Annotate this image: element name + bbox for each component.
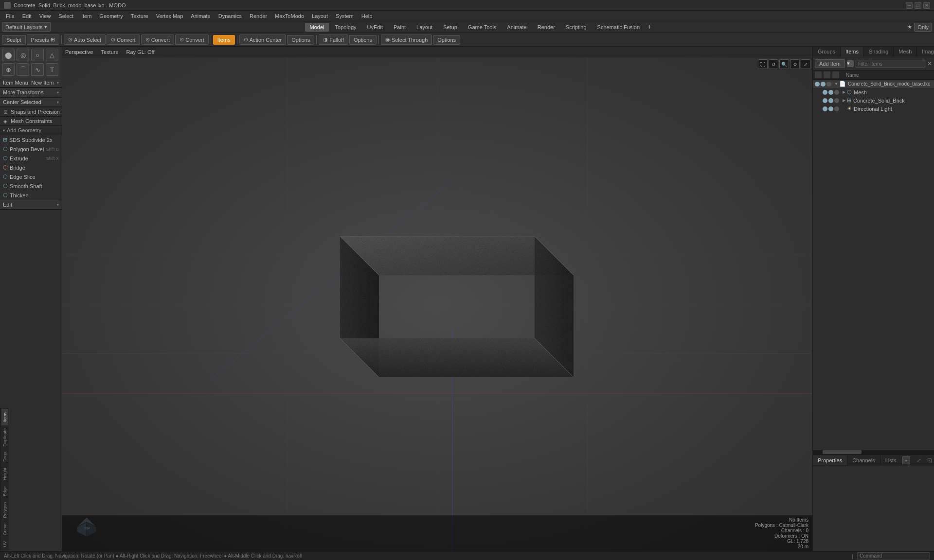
mesh-constraints-row[interactable]: ◈ Mesh Constraints bbox=[0, 117, 62, 125]
select-through-button[interactable]: ◉ Select Through bbox=[381, 35, 432, 45]
menu-item[interactable]: Item bbox=[77, 12, 95, 20]
edge-slice-btn[interactable]: ⬡ Edge Slice bbox=[0, 172, 62, 181]
bottom-panel-detach-btn[interactable]: ⊡ bbox=[925, 455, 934, 466]
menu-animate[interactable]: Animate bbox=[187, 12, 214, 20]
center-selected-dropdown[interactable]: Center Selected ▾ bbox=[0, 98, 62, 107]
sds-subdivide-btn[interactable]: ⊞ SDS Subdivide 2x bbox=[0, 135, 62, 144]
add-item-arrow[interactable]: ▾ bbox=[847, 60, 854, 67]
light-vis-dot-2[interactable] bbox=[828, 106, 833, 111]
strip-tab-height[interactable]: Height bbox=[1, 465, 8, 483]
smooth-shaft-btn[interactable]: ⬡ Smooth Shaft bbox=[0, 181, 62, 191]
group-vis-dot-1[interactable] bbox=[823, 98, 827, 103]
group-vis-dot-3[interactable] bbox=[834, 98, 839, 103]
options-button-1[interactable]: Options bbox=[287, 35, 314, 45]
convert-button-3[interactable]: ⊙ Convert bbox=[175, 35, 209, 45]
polygon-bevel-btn[interactable]: ⬡ Polygon Bevel Shift B bbox=[0, 144, 62, 154]
tree-item-group[interactable]: ▶ ⊞ Concrete_Solid_Brick bbox=[813, 96, 934, 105]
properties-tab[interactable]: Properties bbox=[813, 455, 847, 465]
select-through-options-button[interactable]: Options bbox=[433, 35, 460, 45]
vp-settings-btn[interactable]: ⚙ bbox=[790, 59, 800, 69]
star-button[interactable]: ★ bbox=[907, 24, 912, 30]
tab-setup[interactable]: Setup bbox=[438, 23, 462, 32]
vis-dot-2[interactable] bbox=[821, 82, 826, 87]
menu-select[interactable]: Select bbox=[54, 12, 77, 20]
triangle-tool-btn[interactable]: △ bbox=[46, 49, 58, 61]
light-vis-dot-1[interactable] bbox=[823, 106, 827, 111]
menu-texture[interactable]: Texture bbox=[127, 12, 152, 20]
search-icon[interactable]: ✕ bbox=[927, 60, 932, 67]
minimize-button[interactable]: ─ bbox=[906, 2, 913, 9]
strip-tab-uv[interactable]: UV bbox=[1, 538, 8, 550]
add-bottom-panel-btn[interactable]: + bbox=[902, 456, 910, 464]
mesh-vis-dot-3[interactable] bbox=[834, 90, 839, 95]
strip-tab-duplicate[interactable]: Duplicate bbox=[1, 425, 8, 450]
tab-images[interactable]: Images bbox=[917, 47, 934, 57]
convert-button-2[interactable]: ⊙ Convert bbox=[141, 35, 175, 45]
tab-layout[interactable]: Layout bbox=[412, 23, 437, 32]
auto-select-button[interactable]: ⊙ Auto Select bbox=[64, 35, 106, 45]
tab-model[interactable]: Model bbox=[305, 23, 329, 32]
tab-game-tools[interactable]: Game Tools bbox=[463, 23, 502, 32]
tab-render[interactable]: Render bbox=[533, 23, 560, 32]
options-button-2[interactable]: Options bbox=[349, 35, 377, 45]
group-vis-dot-2[interactable] bbox=[828, 98, 833, 103]
tab-scripting[interactable]: Scripting bbox=[561, 23, 592, 32]
items-button[interactable]: Items bbox=[213, 35, 235, 45]
tree-toggle-light[interactable] bbox=[841, 106, 847, 112]
close-button[interactable]: ✕ bbox=[923, 2, 930, 9]
menu-file[interactable]: File bbox=[2, 12, 18, 20]
strip-tab-polygon[interactable]: Polygon bbox=[1, 499, 8, 521]
text-tool-btn[interactable]: T bbox=[46, 63, 58, 76]
tree-item-root[interactable]: ▼ 📄 Concrete_Solid_Brick_modo_base.lxo bbox=[813, 80, 934, 88]
vp-refresh-btn[interactable]: ↺ bbox=[769, 59, 778, 69]
viewport-canvas[interactable]: TOP ⛶ ↺ 🔍 ⚙ ⤢ No Items Polygons : Catmul… bbox=[62, 57, 812, 551]
add-tab-button[interactable]: + bbox=[646, 23, 653, 32]
presets-button[interactable]: Presets ⊞ bbox=[27, 35, 59, 45]
strip-tab-drop[interactable]: Drop bbox=[1, 449, 8, 465]
torus-tool-btn[interactable]: ◎ bbox=[17, 49, 29, 61]
menu-edit[interactable]: Edit bbox=[18, 12, 36, 20]
menu-view[interactable]: View bbox=[36, 12, 55, 20]
menu-vertex-map[interactable]: Vertex Map bbox=[152, 12, 187, 20]
vp-maximize-btn[interactable]: ⛶ bbox=[758, 59, 768, 69]
layout-dropdown[interactable]: Default Layouts ▾ bbox=[2, 22, 51, 32]
add-item-button[interactable]: Add Item bbox=[815, 59, 845, 68]
add-geometry-header[interactable]: ▾ Add Geometry bbox=[0, 126, 62, 135]
tab-paint[interactable]: Paint bbox=[389, 23, 411, 32]
vis-dot-1[interactable] bbox=[815, 82, 820, 87]
menu-maxtomodo[interactable]: MaxToModo bbox=[271, 12, 308, 20]
items-scrollbar-h[interactable] bbox=[813, 450, 934, 454]
bezier-tool-btn[interactable]: ∿ bbox=[31, 63, 44, 76]
sculpt-button[interactable]: Sculpt bbox=[2, 35, 26, 45]
action-center-button[interactable]: ⊙ Action Center bbox=[239, 35, 287, 45]
arc-tool-btn[interactable]: ⌒ bbox=[17, 63, 29, 76]
tab-animate[interactable]: Animate bbox=[502, 23, 531, 32]
tree-toggle-root[interactable]: ▼ bbox=[833, 81, 839, 87]
lists-tab[interactable]: Lists bbox=[880, 455, 902, 465]
menu-system[interactable]: System bbox=[332, 12, 358, 20]
snaps-row[interactable]: ⊡ Snaps and Precision bbox=[0, 107, 62, 116]
circle-tool-btn[interactable]: ⬤ bbox=[2, 49, 15, 61]
tab-schematic-fusion[interactable]: Schematic Fusion bbox=[593, 23, 645, 32]
convert-button-1[interactable]: ⊙ Convert bbox=[107, 35, 140, 45]
item-menu-dropdown[interactable]: Item Menu: New Item ▾ bbox=[0, 78, 62, 88]
menu-render[interactable]: Render bbox=[246, 12, 271, 20]
ring-tool-btn[interactable]: ⊕ bbox=[2, 63, 15, 76]
transforms-dropdown[interactable]: More Transforms ▾ bbox=[0, 88, 62, 97]
vp-search-btn[interactable]: 🔍 bbox=[779, 59, 789, 69]
edit-dropdown[interactable]: Edit ▾ bbox=[0, 200, 62, 210]
tab-groups[interactable]: Groups bbox=[813, 47, 841, 57]
menu-help[interactable]: Help bbox=[358, 12, 377, 20]
tab-shading[interactable]: Shading bbox=[864, 47, 894, 57]
strip-tab-edge[interactable]: Edge bbox=[1, 483, 8, 499]
tree-item-light[interactable]: ☀ Directional Light bbox=[813, 105, 934, 113]
tab-topology[interactable]: Topology bbox=[330, 23, 361, 32]
falloff-button[interactable]: ◑ Falloff bbox=[319, 35, 348, 45]
items-scrollbar-thumb[interactable] bbox=[823, 450, 862, 454]
tree-item-mesh[interactable]: ▶ ⬡ Mesh bbox=[813, 88, 934, 96]
vp-expand-btn[interactable]: ⤢ bbox=[801, 59, 810, 69]
menu-layout[interactable]: Layout bbox=[308, 12, 332, 20]
only-button[interactable]: Only bbox=[914, 23, 932, 32]
extrude-btn[interactable]: ⬡ Extrude Shift X bbox=[0, 154, 62, 163]
sphere-tool-btn[interactable]: ○ bbox=[31, 49, 44, 61]
